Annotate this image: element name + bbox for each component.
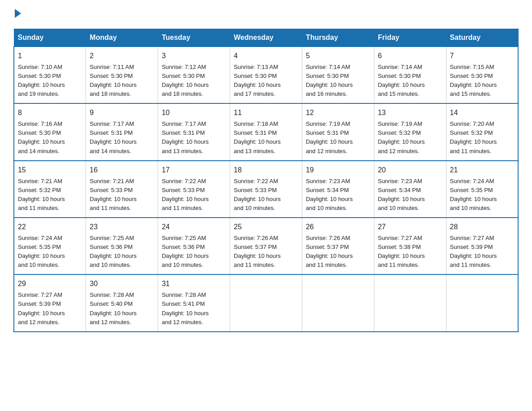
calendar-cell: 25Sunrise: 7:26 AMSunset: 5:37 PMDayligh…	[230, 218, 302, 274]
sunset-line: Sunset: 5:40 PM	[90, 300, 133, 307]
sunrise-line: Sunrise: 7:23 AM	[306, 178, 350, 184]
sunset-line: Sunset: 5:30 PM	[18, 129, 61, 136]
sunrise-line: Sunrise: 7:14 AM	[306, 64, 350, 70]
daylight-line: Daylight: 10 hoursand 11 minutes.	[162, 196, 209, 211]
daylight-line: Daylight: 10 hoursand 18 minutes.	[90, 81, 137, 97]
sunset-line: Sunset: 5:30 PM	[18, 73, 61, 79]
daylight-line: Daylight: 10 hoursand 14 minutes.	[90, 138, 137, 154]
sunrise-line: Sunrise: 7:16 AM	[18, 120, 62, 127]
calendar-header-row: SundayMondayTuesdayWednesdayThursdayFrid…	[14, 29, 518, 47]
calendar-table: SundayMondayTuesdayWednesdayThursdayFrid…	[13, 29, 519, 332]
sunrise-line: Sunrise: 7:11 AM	[90, 64, 134, 70]
daylight-line: Daylight: 10 hoursand 10 minutes.	[162, 253, 209, 268]
daylight-line: Daylight: 10 hoursand 16 minutes.	[306, 81, 353, 97]
calendar-cell: 13Sunrise: 7:19 AMSunset: 5:32 PMDayligh…	[374, 103, 446, 160]
day-number: 5	[306, 51, 370, 62]
day-number: 1	[18, 51, 82, 62]
sunset-line: Sunset: 5:34 PM	[378, 187, 421, 193]
day-number: 22	[18, 222, 82, 233]
sunrise-line: Sunrise: 7:27 AM	[378, 235, 422, 241]
sunset-line: Sunset: 5:31 PM	[162, 129, 205, 136]
day-number: 23	[90, 222, 154, 233]
daylight-line: Daylight: 10 hoursand 18 minutes.	[162, 81, 209, 97]
daylight-line: Daylight: 10 hoursand 11 minutes.	[450, 138, 497, 154]
calendar-cell: 21Sunrise: 7:24 AMSunset: 5:35 PMDayligh…	[446, 161, 518, 218]
sunrise-line: Sunrise: 7:25 AM	[162, 235, 206, 241]
day-number: 17	[162, 165, 226, 176]
day-number: 4	[234, 51, 298, 62]
calendar-cell: 28Sunrise: 7:27 AMSunset: 5:39 PMDayligh…	[446, 218, 518, 274]
day-number: 21	[450, 165, 514, 176]
sunset-line: Sunset: 5:39 PM	[18, 300, 61, 307]
sunrise-line: Sunrise: 7:26 AM	[234, 235, 278, 241]
daylight-line: Daylight: 10 hoursand 10 minutes.	[378, 196, 425, 211]
calendar-cell: 15Sunrise: 7:21 AMSunset: 5:32 PMDayligh…	[14, 161, 86, 218]
calendar-cell: 19Sunrise: 7:23 AMSunset: 5:34 PMDayligh…	[302, 161, 374, 218]
calendar-cell	[302, 274, 374, 331]
calendar-cell: 31Sunrise: 7:28 AMSunset: 5:41 PMDayligh…	[158, 274, 230, 331]
calendar-cell: 3Sunrise: 7:12 AMSunset: 5:30 PMDaylight…	[158, 47, 230, 103]
sunrise-line: Sunrise: 7:17 AM	[162, 120, 206, 127]
page-header	[13, 9, 519, 21]
day-number: 24	[162, 222, 226, 233]
calendar-week-row: 8Sunrise: 7:16 AMSunset: 5:30 PMDaylight…	[14, 103, 518, 160]
daylight-line: Daylight: 10 hoursand 11 minutes.	[378, 253, 425, 268]
header-wednesday: Wednesday	[230, 29, 302, 47]
sunset-line: Sunset: 5:37 PM	[306, 244, 349, 250]
day-number: 26	[306, 222, 370, 233]
sunset-line: Sunset: 5:41 PM	[162, 300, 205, 307]
calendar-cell: 11Sunrise: 7:18 AMSunset: 5:31 PMDayligh…	[230, 103, 302, 160]
sunrise-line: Sunrise: 7:21 AM	[90, 178, 134, 184]
header-tuesday: Tuesday	[158, 29, 230, 47]
sunset-line: Sunset: 5:34 PM	[306, 187, 349, 193]
sunrise-line: Sunrise: 7:28 AM	[90, 291, 134, 298]
sunset-line: Sunset: 5:30 PM	[162, 73, 205, 79]
calendar-cell	[230, 274, 302, 331]
header-friday: Friday	[374, 29, 446, 47]
calendar-cell	[374, 274, 446, 331]
daylight-line: Daylight: 10 hoursand 10 minutes.	[18, 253, 65, 268]
day-number: 12	[306, 107, 370, 119]
calendar-cell: 5Sunrise: 7:14 AMSunset: 5:30 PMDaylight…	[302, 47, 374, 103]
day-number: 13	[378, 107, 442, 119]
sunset-line: Sunset: 5:33 PM	[162, 187, 205, 193]
calendar-cell: 8Sunrise: 7:16 AMSunset: 5:30 PMDaylight…	[14, 103, 86, 160]
sunset-line: Sunset: 5:33 PM	[234, 187, 277, 193]
calendar-week-row: 22Sunrise: 7:24 AMSunset: 5:35 PMDayligh…	[14, 218, 518, 274]
header-saturday: Saturday	[446, 29, 518, 47]
daylight-line: Daylight: 10 hoursand 10 minutes.	[90, 253, 137, 268]
sunset-line: Sunset: 5:37 PM	[234, 244, 277, 250]
day-number: 3	[162, 51, 226, 62]
sunset-line: Sunset: 5:30 PM	[450, 73, 493, 79]
daylight-line: Daylight: 10 hoursand 15 minutes.	[450, 81, 497, 97]
daylight-line: Daylight: 10 hoursand 11 minutes.	[234, 253, 281, 268]
sunset-line: Sunset: 5:30 PM	[306, 73, 349, 79]
sunset-line: Sunset: 5:30 PM	[90, 73, 133, 79]
calendar-cell: 18Sunrise: 7:22 AMSunset: 5:33 PMDayligh…	[230, 161, 302, 218]
calendar-cell: 1Sunrise: 7:10 AMSunset: 5:30 PMDaylight…	[14, 47, 86, 103]
sunset-line: Sunset: 5:35 PM	[450, 187, 493, 193]
sunset-line: Sunset: 5:32 PM	[378, 129, 421, 136]
daylight-line: Daylight: 10 hoursand 13 minutes.	[234, 138, 281, 154]
calendar-cell: 27Sunrise: 7:27 AMSunset: 5:38 PMDayligh…	[374, 218, 446, 274]
sunrise-line: Sunrise: 7:24 AM	[18, 235, 62, 241]
sunset-line: Sunset: 5:38 PM	[378, 244, 421, 250]
calendar-cell	[446, 274, 518, 331]
calendar-week-row: 1Sunrise: 7:10 AMSunset: 5:30 PMDaylight…	[14, 47, 518, 103]
calendar-cell: 17Sunrise: 7:22 AMSunset: 5:33 PMDayligh…	[158, 161, 230, 218]
day-number: 10	[162, 107, 226, 119]
sunset-line: Sunset: 5:31 PM	[234, 129, 277, 136]
day-number: 18	[234, 165, 298, 176]
calendar-cell: 24Sunrise: 7:25 AMSunset: 5:36 PMDayligh…	[158, 218, 230, 274]
sunrise-line: Sunrise: 7:12 AM	[162, 64, 206, 70]
calendar-week-row: 29Sunrise: 7:27 AMSunset: 5:39 PMDayligh…	[14, 274, 518, 331]
daylight-line: Daylight: 10 hoursand 15 minutes.	[378, 81, 425, 97]
day-number: 27	[378, 222, 442, 233]
sunrise-line: Sunrise: 7:22 AM	[234, 178, 278, 184]
day-number: 28	[450, 222, 514, 233]
header-sunday: Sunday	[14, 29, 86, 47]
header-thursday: Thursday	[302, 29, 374, 47]
calendar-cell: 6Sunrise: 7:14 AMSunset: 5:30 PMDaylight…	[374, 47, 446, 103]
day-number: 11	[234, 107, 298, 119]
daylight-line: Daylight: 10 hoursand 17 minutes.	[234, 81, 281, 97]
